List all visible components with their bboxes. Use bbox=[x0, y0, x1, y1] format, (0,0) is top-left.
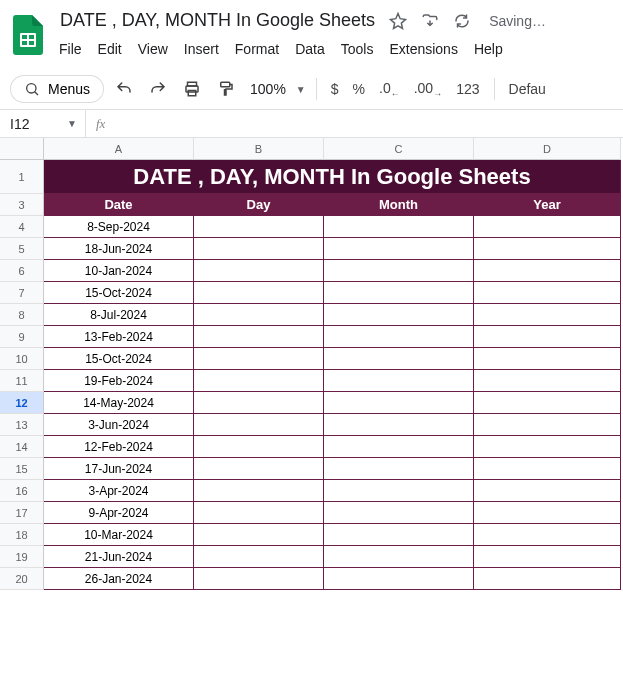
cell[interactable] bbox=[474, 216, 621, 238]
header-day[interactable]: Day bbox=[194, 194, 324, 216]
row-header[interactable]: 13 bbox=[0, 414, 44, 436]
row-header[interactable]: 6 bbox=[0, 260, 44, 282]
menu-edit[interactable]: Edit bbox=[91, 37, 129, 61]
header-year[interactable]: Year bbox=[474, 194, 621, 216]
cell[interactable] bbox=[324, 370, 474, 392]
menu-tools[interactable]: Tools bbox=[334, 37, 381, 61]
zoom-caret-icon[interactable]: ▼ bbox=[296, 84, 306, 95]
cell[interactable] bbox=[324, 436, 474, 458]
cell[interactable] bbox=[324, 216, 474, 238]
cell[interactable] bbox=[474, 392, 621, 414]
row-header[interactable]: 1 bbox=[0, 160, 44, 194]
cell[interactable]: 8-Sep-2024 bbox=[44, 216, 194, 238]
cell[interactable] bbox=[194, 436, 324, 458]
cell[interactable] bbox=[194, 480, 324, 502]
print-icon[interactable] bbox=[178, 75, 206, 103]
cell[interactable] bbox=[324, 568, 474, 590]
banner-title[interactable]: DATE , DAY, MONTH In Google Sheets bbox=[44, 160, 621, 194]
cell[interactable] bbox=[194, 524, 324, 546]
row-header[interactable]: 20 bbox=[0, 568, 44, 590]
col-header-B[interactable]: B bbox=[194, 138, 324, 160]
undo-icon[interactable] bbox=[110, 75, 138, 103]
decrease-decimal-button[interactable]: .0← bbox=[375, 80, 404, 99]
font-selector[interactable]: Defau bbox=[505, 81, 550, 97]
menus-button[interactable]: Menus bbox=[10, 75, 104, 103]
row-header[interactable]: 10 bbox=[0, 348, 44, 370]
cell[interactable]: 3-Jun-2024 bbox=[44, 414, 194, 436]
zoom-level[interactable]: 100% bbox=[246, 81, 290, 97]
cell[interactable] bbox=[194, 216, 324, 238]
cell[interactable] bbox=[324, 502, 474, 524]
col-header-C[interactable]: C bbox=[324, 138, 474, 160]
cell[interactable] bbox=[194, 568, 324, 590]
cell[interactable] bbox=[194, 304, 324, 326]
row-header[interactable]: 16 bbox=[0, 480, 44, 502]
cell[interactable] bbox=[474, 326, 621, 348]
increase-decimal-button[interactable]: .00→ bbox=[410, 80, 446, 99]
cell[interactable] bbox=[194, 502, 324, 524]
cell[interactable] bbox=[474, 370, 621, 392]
select-all-corner[interactable] bbox=[0, 138, 44, 160]
cell[interactable] bbox=[324, 414, 474, 436]
cell[interactable]: 15-Oct-2024 bbox=[44, 348, 194, 370]
cell[interactable] bbox=[474, 348, 621, 370]
row-header[interactable]: 5 bbox=[0, 238, 44, 260]
cell[interactable]: 21-Jun-2024 bbox=[44, 546, 194, 568]
menu-format[interactable]: Format bbox=[228, 37, 286, 61]
row-header[interactable]: 18 bbox=[0, 524, 44, 546]
row-header[interactable]: 3 bbox=[0, 194, 44, 216]
cell[interactable] bbox=[194, 238, 324, 260]
menu-data[interactable]: Data bbox=[288, 37, 332, 61]
cell[interactable] bbox=[474, 524, 621, 546]
row-header[interactable]: 8 bbox=[0, 304, 44, 326]
cell[interactable] bbox=[474, 568, 621, 590]
sheets-logo-icon[interactable] bbox=[10, 17, 46, 53]
row-header[interactable]: 19 bbox=[0, 546, 44, 568]
header-date[interactable]: Date bbox=[44, 194, 194, 216]
cell[interactable] bbox=[324, 524, 474, 546]
cell[interactable] bbox=[324, 304, 474, 326]
row-header[interactable]: 15 bbox=[0, 458, 44, 480]
star-icon[interactable] bbox=[389, 12, 407, 30]
cell[interactable] bbox=[474, 238, 621, 260]
row-header[interactable]: 4 bbox=[0, 216, 44, 238]
menu-file[interactable]: File bbox=[52, 37, 89, 61]
cell[interactable] bbox=[194, 458, 324, 480]
header-month[interactable]: Month bbox=[324, 194, 474, 216]
cell[interactable] bbox=[474, 546, 621, 568]
doc-title[interactable]: DATE , DAY, MONTH In Google Sheets bbox=[56, 8, 379, 33]
cell[interactable] bbox=[324, 480, 474, 502]
cell[interactable] bbox=[324, 392, 474, 414]
cell[interactable] bbox=[324, 546, 474, 568]
cell[interactable] bbox=[324, 326, 474, 348]
percent-button[interactable]: % bbox=[349, 81, 369, 97]
col-header-A[interactable]: A bbox=[44, 138, 194, 160]
row-header[interactable]: 14 bbox=[0, 436, 44, 458]
menu-extensions[interactable]: Extensions bbox=[382, 37, 464, 61]
cell[interactable]: 14-May-2024 bbox=[44, 392, 194, 414]
paint-format-icon[interactable] bbox=[212, 75, 240, 103]
cell[interactable] bbox=[474, 304, 621, 326]
cell[interactable]: 12-Feb-2024 bbox=[44, 436, 194, 458]
cell[interactable]: 10-Mar-2024 bbox=[44, 524, 194, 546]
cell[interactable] bbox=[194, 326, 324, 348]
cell[interactable] bbox=[324, 458, 474, 480]
cell[interactable]: 17-Jun-2024 bbox=[44, 458, 194, 480]
cell[interactable] bbox=[194, 348, 324, 370]
cell[interactable]: 15-Oct-2024 bbox=[44, 282, 194, 304]
cell[interactable]: 9-Apr-2024 bbox=[44, 502, 194, 524]
cell[interactable]: 18-Jun-2024 bbox=[44, 238, 194, 260]
formula-input[interactable] bbox=[115, 110, 623, 137]
cell[interactable] bbox=[474, 480, 621, 502]
cell[interactable] bbox=[194, 370, 324, 392]
cell[interactable] bbox=[474, 260, 621, 282]
cell[interactable] bbox=[474, 414, 621, 436]
cell[interactable] bbox=[324, 348, 474, 370]
cell[interactable]: 19-Feb-2024 bbox=[44, 370, 194, 392]
row-header[interactable]: 7 bbox=[0, 282, 44, 304]
name-box[interactable]: I12 ▼ bbox=[0, 110, 86, 137]
row-header[interactable]: 11 bbox=[0, 370, 44, 392]
cloud-status-icon[interactable] bbox=[453, 12, 471, 30]
cell[interactable] bbox=[324, 260, 474, 282]
cell[interactable] bbox=[194, 260, 324, 282]
